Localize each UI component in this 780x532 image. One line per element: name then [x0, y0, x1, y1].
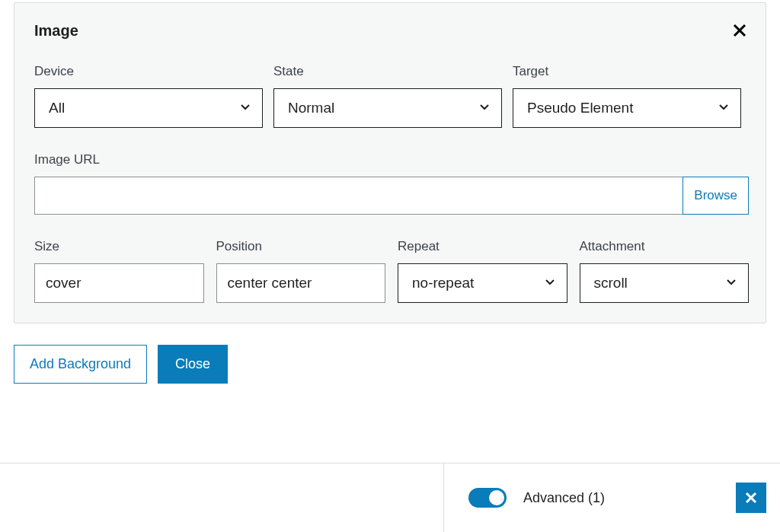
- repeat-field: Repeat no-repeat: [398, 239, 567, 303]
- target-label: Target: [513, 64, 741, 79]
- image-url-group: Browse: [34, 177, 749, 215]
- position-input[interactable]: center center: [216, 263, 386, 303]
- add-background-button[interactable]: Add Background: [14, 345, 147, 384]
- footer-right: Advanced (1): [443, 464, 780, 532]
- state-select[interactable]: Normal: [273, 88, 502, 128]
- attachment-value: scroll: [594, 275, 628, 291]
- device-select[interactable]: All: [34, 88, 263, 128]
- chevron-down-icon: [544, 275, 556, 291]
- attachment-label: Attachment: [580, 239, 750, 254]
- target-field: Target Pseudo Element: [513, 64, 741, 128]
- action-buttons: Add Background Close: [14, 345, 780, 384]
- image-url-input[interactable]: [34, 177, 683, 215]
- panel-header: Image: [34, 21, 749, 40]
- toggle-knob: [489, 490, 504, 505]
- position-field: Position center center: [216, 239, 386, 303]
- close-icon[interactable]: [730, 21, 749, 40]
- position-label: Position: [216, 239, 386, 254]
- repeat-value: no-repeat: [412, 275, 474, 291]
- size-label: Size: [34, 239, 204, 254]
- attachment-field: Attachment scroll: [580, 239, 750, 303]
- attachment-select[interactable]: scroll: [580, 263, 750, 303]
- footer-bar: Advanced (1): [0, 463, 780, 532]
- target-select[interactable]: Pseudo Element: [513, 88, 741, 128]
- state-value: Normal: [288, 100, 334, 116]
- device-label: Device: [34, 64, 263, 79]
- browse-button[interactable]: Browse: [682, 177, 749, 215]
- image-url-label: Image URL: [34, 152, 749, 167]
- chevron-down-icon: [478, 100, 491, 116]
- advanced-label: Advanced (1): [523, 490, 719, 506]
- image-url-field: Image URL Browse: [34, 152, 749, 215]
- chevron-down-icon: [239, 100, 251, 116]
- chevron-down-icon: [725, 275, 737, 291]
- top-fields-row: Device All State Normal Target Pseudo El…: [34, 64, 749, 128]
- close-button[interactable]: Close: [158, 345, 228, 384]
- device-value: All: [49, 100, 65, 116]
- state-field: State Normal: [273, 64, 502, 128]
- repeat-select[interactable]: no-repeat: [398, 263, 567, 303]
- size-field: Size cover: [34, 239, 204, 303]
- state-label: State: [273, 64, 502, 79]
- target-value: Pseudo Element: [527, 100, 633, 116]
- footer-close-button[interactable]: [736, 483, 766, 513]
- device-field: Device All: [34, 64, 263, 128]
- panel-title: Image: [34, 22, 78, 40]
- chevron-down-icon: [718, 100, 730, 116]
- bottom-fields-row: Size cover Position center center Repeat…: [34, 239, 749, 303]
- image-settings-panel: Image Device All State Normal T: [14, 2, 766, 323]
- size-input[interactable]: cover: [34, 263, 204, 303]
- repeat-label: Repeat: [398, 239, 567, 254]
- advanced-toggle[interactable]: [468, 488, 507, 508]
